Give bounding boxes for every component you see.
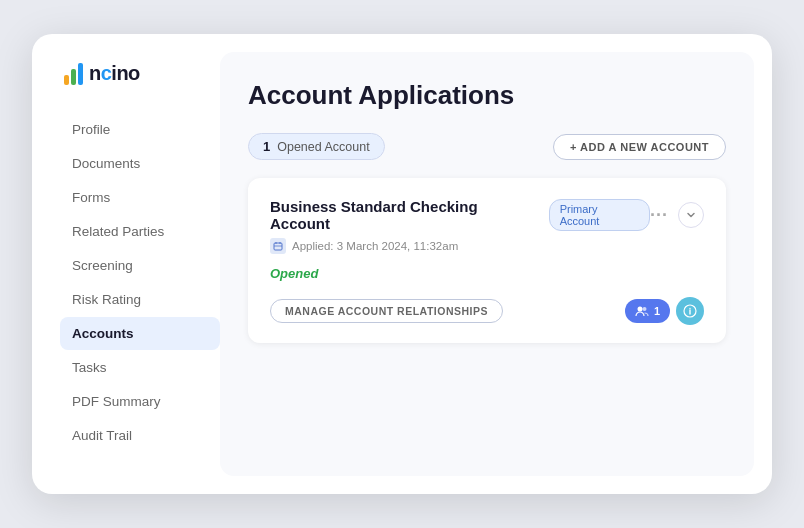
account-name: Business Standard Checking Account [270, 198, 539, 232]
info-icon [683, 304, 697, 318]
expand-button[interactable] [678, 202, 704, 228]
applied-row: Applied: 3 March 2024, 11:32am [270, 238, 704, 254]
info-button[interactable] [676, 297, 704, 325]
nav-menu: ProfileDocumentsFormsRelated PartiesScre… [60, 113, 220, 453]
logo-bar-2 [71, 69, 76, 85]
main-card: ncino ProfileDocumentsFormsRelated Parti… [32, 34, 772, 494]
svg-point-4 [637, 307, 642, 312]
sidebar-item-documents[interactable]: Documents [60, 147, 220, 180]
applied-date: Applied: 3 March 2024, 11:32am [292, 240, 458, 252]
logo-text: ncino [89, 62, 140, 85]
tab-label: Opened Account [277, 140, 369, 154]
more-options-button[interactable]: ··· [650, 205, 668, 226]
sidebar-item-accounts[interactable]: Accounts [60, 317, 220, 350]
tab-bar: 1 Opened Account + ADD A NEW ACCOUNT [248, 133, 726, 160]
sidebar-item-related-parties[interactable]: Related Parties [60, 215, 220, 248]
sidebar-item-screening[interactable]: Screening [60, 249, 220, 282]
users-count: 1 [654, 305, 660, 317]
svg-rect-0 [274, 243, 282, 250]
sidebar-item-profile[interactable]: Profile [60, 113, 220, 146]
sidebar-item-risk-rating[interactable]: Risk Rating [60, 283, 220, 316]
logo-bar-3 [78, 63, 83, 85]
account-title-row: Business Standard Checking Account Prima… [270, 198, 650, 232]
account-footer: MANAGE ACCOUNT RELATIONSHIPS 1 [270, 297, 704, 325]
logo: ncino [60, 62, 220, 85]
footer-icons: 1 [625, 297, 704, 325]
account-header: Business Standard Checking Account Prima… [270, 198, 704, 232]
sidebar-item-tasks[interactable]: Tasks [60, 351, 220, 384]
sidebar-item-pdf-summary[interactable]: PDF Summary [60, 385, 220, 418]
tab-opened-count[interactable]: 1 Opened Account [248, 133, 385, 160]
account-status: Opened [270, 266, 318, 281]
sidebar-item-audit-trail[interactable]: Audit Trail [60, 419, 220, 452]
tab-count: 1 [263, 139, 270, 154]
calendar-icon [270, 238, 286, 254]
logo-icon [64, 63, 83, 85]
users-icon [635, 304, 649, 318]
account-card: Business Standard Checking Account Prima… [248, 178, 726, 343]
sidebar-item-forms[interactable]: Forms [60, 181, 220, 214]
svg-point-5 [642, 307, 646, 311]
add-new-account-button[interactable]: + ADD A NEW ACCOUNT [553, 134, 726, 160]
svg-point-8 [689, 308, 690, 309]
sidebar: ncino ProfileDocumentsFormsRelated Parti… [50, 52, 220, 476]
chevron-down-icon [686, 210, 696, 220]
page-title: Account Applications [248, 80, 726, 111]
logo-bar-1 [64, 75, 69, 85]
main-content: Account Applications 1 Opened Account + … [220, 52, 754, 476]
primary-account-badge: Primary Account [549, 199, 650, 231]
users-count-pill[interactable]: 1 [625, 299, 670, 323]
account-actions: ··· [650, 202, 704, 228]
manage-relationships-button[interactable]: MANAGE ACCOUNT RELATIONSHIPS [270, 299, 503, 323]
